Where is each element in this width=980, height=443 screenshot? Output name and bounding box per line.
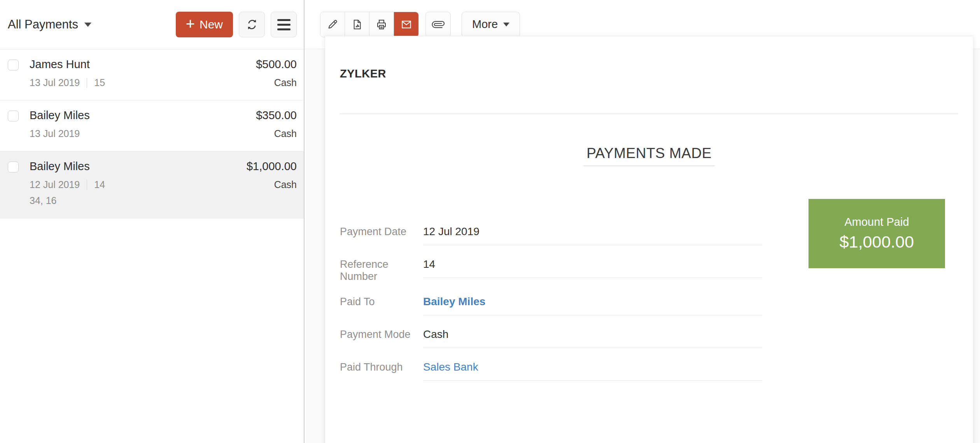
row-checkbox[interactable] (8, 111, 19, 121)
new-payment-button[interactable]: + New (176, 12, 233, 37)
amount-paid-label: Amount Paid (844, 216, 909, 229)
hamburger-icon (277, 19, 290, 30)
payments-list-panel: All Payments + New (0, 0, 304, 443)
payment-amount: $1,000.00 (247, 160, 297, 173)
payment-list-item[interactable]: James Hunt $500.00 13 Jul 2019 15 Cash (0, 49, 304, 100)
field-label: Paid To (340, 296, 423, 308)
list-filter-label: All Payments (8, 18, 78, 32)
field-value: 14 (423, 258, 762, 278)
refresh-icon (245, 18, 259, 32)
more-button[interactable]: More (462, 12, 520, 37)
printer-icon (375, 18, 388, 31)
list-menu-button[interactable] (271, 12, 297, 37)
payee-name: Bailey Miles (30, 160, 90, 173)
row-checkbox[interactable] (8, 162, 19, 172)
chevron-down-icon (84, 23, 91, 27)
envelope-icon (400, 18, 413, 31)
payment-date: 13 Jul 2019 (30, 128, 80, 139)
attachment-button[interactable] (425, 12, 451, 37)
field-label: Reference Number (340, 258, 423, 283)
pencil-icon (326, 18, 339, 31)
field-value: 12 Jul 2019 (423, 225, 762, 245)
payment-reference: 14 (94, 179, 105, 190)
field-label: Payment Mode (340, 329, 423, 341)
pdf-button[interactable] (345, 12, 369, 37)
amount-paid-box: Amount Paid $1,000.00 (808, 199, 945, 268)
field-label: Paid Through (340, 361, 423, 373)
edit-button[interactable] (320, 12, 345, 37)
payment-amount: $500.00 (256, 58, 297, 71)
field-paid-through: Paid Through Sales Bank (340, 361, 958, 381)
payment-detail-panel: More ZYLKER PAYMENTS MADE Payment Date 1… (305, 0, 980, 443)
document-divider (340, 114, 958, 114)
payee-name: Bailey Miles (30, 109, 90, 122)
payment-mode: Cash (274, 77, 297, 88)
plus-icon: + (186, 16, 195, 32)
paperclip-icon (432, 18, 444, 31)
list-header: All Payments + New (0, 0, 304, 49)
payee-name: James Hunt (30, 58, 90, 71)
toolbar-button-group (320, 12, 419, 37)
payment-document: ZYLKER PAYMENTS MADE Payment Date 12 Jul… (325, 36, 973, 443)
document-title: PAYMENTS MADE (583, 145, 715, 166)
payments-screen: All Payments + New (0, 0, 980, 443)
payment-list-item-selected[interactable]: Bailey Miles $1,000.00 12 Jul 2019 14 Ca… (0, 151, 304, 218)
row-checkbox[interactable] (8, 60, 19, 70)
more-button-label: More (472, 18, 498, 31)
payment-extra-references: 34, 16 (30, 195, 297, 218)
chevron-down-icon (503, 23, 509, 26)
payment-mode: Cash (274, 128, 297, 139)
list-filter-dropdown[interactable]: All Payments (8, 18, 91, 32)
email-button[interactable] (394, 12, 418, 37)
separator (87, 78, 87, 88)
paid-to-link[interactable]: Bailey Miles (423, 295, 762, 315)
payment-amount: $350.00 (256, 109, 297, 122)
field-paid-to: Paid To Bailey Miles (340, 295, 958, 315)
payment-date: 13 Jul 2019 (30, 77, 80, 88)
field-payment-mode: Payment Mode Cash (340, 328, 958, 348)
refresh-button[interactable] (239, 12, 265, 37)
payment-list-item[interactable]: Bailey Miles $350.00 13 Jul 2019 Cash (0, 100, 304, 151)
field-value: Cash (423, 328, 762, 348)
amount-paid-value: $1,000.00 (840, 232, 914, 251)
payment-date: 12 Jul 2019 (30, 179, 80, 190)
paid-through-link[interactable]: Sales Bank (423, 361, 762, 381)
field-label: Payment Date (340, 226, 423, 238)
pdf-file-icon (351, 18, 363, 31)
payment-mode: Cash (274, 179, 297, 190)
separator (87, 180, 87, 190)
company-name: ZYLKER (340, 67, 958, 80)
print-button[interactable] (369, 12, 394, 37)
new-button-label: New (200, 18, 223, 31)
payment-reference: 15 (94, 77, 105, 88)
